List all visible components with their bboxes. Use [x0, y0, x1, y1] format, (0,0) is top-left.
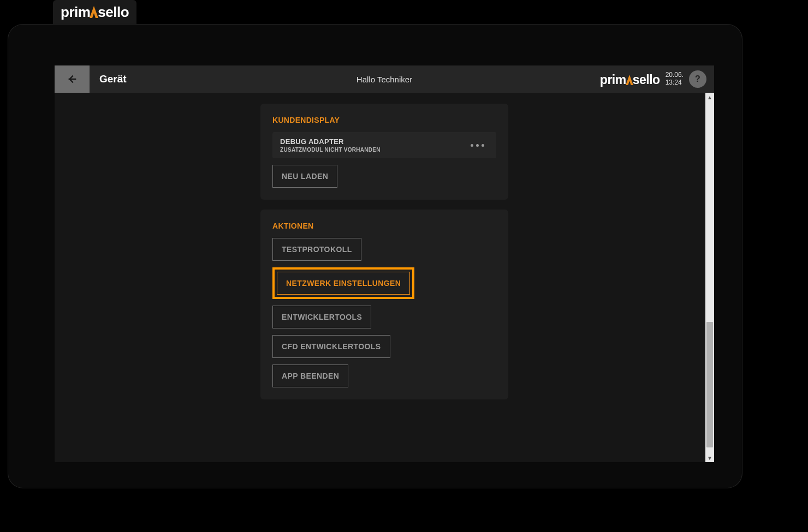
highlight-frame: NETZWERK EINSTELLUNGEN [272, 267, 414, 299]
scroll-up-icon[interactable]: ▲ [705, 93, 714, 101]
page-title: Gerät [99, 73, 127, 85]
logo-glyph-icon [626, 72, 633, 89]
more-button[interactable] [466, 140, 489, 151]
device-frame: Gerät Hallo Techniker prim sello 20.06. … [8, 24, 742, 488]
scrollbar-thumb[interactable] [706, 322, 713, 447]
logo-text-sello: sello [98, 4, 129, 21]
window-tab: prim sello [53, 0, 136, 24]
card-primary-text: DEBUG ADAPTER [280, 138, 381, 146]
panel-kundendisplay: KUNDENDISPLAY DEBUG ADAPTER ZUSATZMODUL … [260, 104, 508, 200]
time-text: 13:24 [666, 79, 684, 87]
dots-icon [476, 144, 479, 147]
panel-title-kundendisplay: KUNDENDISPLAY [272, 116, 496, 124]
entwicklertools-button[interactable]: ENTWICKLERTOOLS [272, 306, 371, 328]
topbar: Gerät Hallo Techniker prim sello 20.06. … [55, 65, 714, 93]
scrollbar[interactable]: ▲ ▼ [705, 93, 714, 462]
help-button[interactable]: ? [689, 70, 706, 88]
app-window: Gerät Hallo Techniker prim sello 20.06. … [55, 65, 714, 462]
card-text: DEBUG ADAPTER ZUSATZMODUL NICHT VORHANDE… [280, 138, 381, 153]
svg-marker-0 [90, 6, 98, 18]
dots-icon [471, 144, 473, 147]
logo-text-prim: prim [61, 4, 90, 21]
dots-icon [482, 144, 484, 147]
debug-adapter-card[interactable]: DEBUG ADAPTER ZUSATZMODUL NICHT VORHANDE… [272, 132, 496, 158]
panel-title-aktionen: AKTIONEN [272, 222, 496, 230]
date-text: 20.06. [666, 71, 684, 79]
help-icon: ? [695, 74, 700, 84]
neu-laden-button[interactable]: NEU LADEN [272, 165, 337, 188]
topbar-right: prim sello 20.06. 13:24 ? [600, 70, 714, 88]
logo-text-prim: prim [600, 73, 626, 87]
cfd-entwicklertools-button[interactable]: CFD ENTWICKLERTOOLS [272, 335, 390, 358]
card-secondary-text: ZUSATZMODUL NICHT VORHANDEN [280, 147, 381, 153]
scroll-down-icon[interactable]: ▼ [705, 453, 714, 462]
back-button[interactable] [55, 65, 90, 93]
netzwerk-einstellungen-button[interactable]: NETZWERK EINSTELLUNGEN [277, 272, 410, 295]
logo-glyph-icon [90, 5, 98, 22]
logo-text-sello: sello [633, 73, 660, 87]
brand-logo: prim sello [61, 4, 129, 21]
app-beenden-button[interactable]: APP BEENDEN [272, 364, 348, 387]
testprotokoll-button[interactable]: TESTPROTOKOLL [272, 238, 361, 261]
content-area: KUNDENDISPLAY DEBUG ADAPTER ZUSATZMODUL … [55, 93, 714, 462]
datetime: 20.06. 13:24 [666, 71, 684, 87]
brand-logo-header: prim sello [600, 71, 660, 88]
panel-aktionen: AKTIONEN TESTPROTOKOLL NETZWERK EINSTELL… [260, 210, 508, 399]
arrow-left-icon [66, 73, 78, 85]
greeting-text: Hallo Techniker [357, 75, 412, 84]
scroll-content: KUNDENDISPLAY DEBUG ADAPTER ZUSATZMODUL … [55, 93, 714, 462]
svg-marker-1 [626, 75, 633, 85]
